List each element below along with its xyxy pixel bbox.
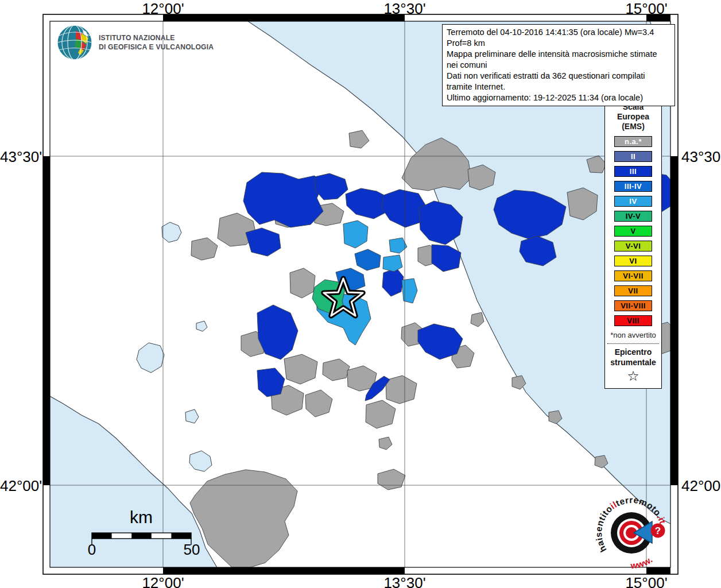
legend-footnote: *non avvertito — [605, 331, 661, 339]
intensity-legend: Scala Europea (EMS) n.a.* II III III-IV … — [604, 98, 662, 389]
epicenter-star-icon: ☆ — [605, 369, 661, 384]
ingv-logo-text: ISTITUTO NAZIONALE DI GEOFISICA E VULCAN… — [99, 33, 214, 52]
legend-epicenter-line: Epicentro — [605, 347, 661, 357]
legend-swatch-v: V — [614, 226, 652, 237]
axis-label-lat: 43°30' — [0, 148, 41, 166]
haisentito-logo: ? haisentitoilterremoto.it www. — [587, 486, 679, 578]
logo-text-www: www. — [630, 555, 654, 571]
legend-epicenter-label: Epicentro strumentale — [605, 347, 661, 368]
axis-label-lat: 42°00' — [0, 477, 41, 495]
logo-www-text: www. — [630, 555, 654, 571]
ingv-org-line: ISTITUTO NAZIONALE — [99, 33, 214, 42]
scale-bar-unit: km — [122, 508, 161, 527]
legend-swatch-vi-vii: VI-VII — [614, 270, 652, 281]
legend-swatch-iv: IV — [614, 196, 652, 207]
legend-swatch-vii: VII — [614, 285, 652, 296]
axis-label-lon: 12°00' — [123, 574, 203, 588]
legend-swatch-vi: VI — [614, 256, 652, 266]
ingv-logo: ISTITUTO NAZIONALE DI GEOFISICA E VULCAN… — [56, 24, 226, 61]
municipality-shape — [243, 172, 323, 227]
legend-swatch-iii-iv: III-IV — [614, 181, 652, 192]
legend-items: n.a.* II III III-IV IV IV-V V V-VI VI VI… — [605, 136, 661, 326]
legend-swatch-iii: III — [614, 166, 652, 177]
legend-swatch-na: n.a.* — [614, 136, 652, 147]
axis-label-lon: 12°00' — [123, 0, 203, 18]
axis-label-lon: 15°00' — [606, 0, 687, 18]
ingv-globe-icon — [56, 24, 93, 61]
legend-swatch-viii: VIII — [614, 315, 652, 326]
info-line-updated: Ultimo aggiornamento: 19-12-2025 11:34 (… — [447, 92, 670, 103]
legend-swatch-iv-v: IV-V — [614, 211, 652, 222]
logo-text-haisentito: haisentito — [594, 504, 614, 554]
info-line-data-source: Dati non verificati estratti da 362 ques… — [447, 71, 670, 92]
axis-label-lon: 13°30' — [365, 0, 445, 18]
legend-title: Scala Europea (EMS) — [605, 102, 661, 131]
scale-bar-start: 0 — [84, 541, 100, 559]
seismic-intensity-map-page: 12°00' 13°30' 15°00' 12°00' 13°30' 15°00… — [0, 0, 721, 588]
legend-title-line: Europea — [605, 112, 661, 122]
ingv-org-line: DI GEOFISICA E VULCANOLOGIA — [99, 42, 214, 52]
earthquake-info-box: Terremoto del 04-10-2016 14:41:35 (ora l… — [442, 24, 675, 106]
legend-swatch-v-vi: V-VI — [614, 241, 652, 252]
info-line-event: Terremoto del 04-10-2016 14:41:35 (ora l… — [447, 27, 670, 49]
legend-swatch-ii: II — [614, 151, 652, 162]
info-line-map-type: Mappa preliminare delle intensità macros… — [447, 49, 670, 71]
axis-label-lon: 13°30' — [365, 574, 445, 588]
legend-swatch-vii-viii: VII-VIII — [614, 300, 652, 311]
legend-title-line: (EMS) — [605, 122, 661, 131]
axis-label-lat: 43°30' — [681, 148, 721, 166]
legend-epicenter-line: strumentale — [605, 357, 661, 368]
axis-label-lat: 42°00' — [681, 477, 721, 495]
question-mark: ? — [655, 525, 661, 536]
scale-bar-end: 50 — [181, 541, 203, 559]
legend-separator — [607, 343, 659, 344]
